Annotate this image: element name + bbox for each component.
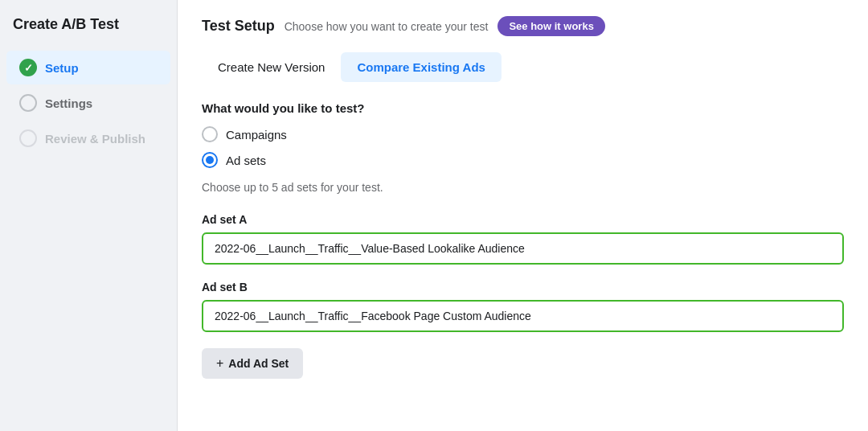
radio-campaigns[interactable]: Campaigns <box>202 126 844 142</box>
plus-icon: + <box>216 356 223 371</box>
test-setup-title: Test Setup <box>202 18 275 35</box>
ad-set-a-section: Ad set A <box>202 213 844 265</box>
radio-ad-sets-circle <box>202 152 218 168</box>
add-ad-set-button[interactable]: + Add Ad Set <box>202 348 303 379</box>
ad-set-a-input[interactable] <box>202 232 844 265</box>
see-how-button[interactable]: See how it works <box>497 16 604 36</box>
sidebar-item-setup[interactable]: Setup <box>6 51 170 84</box>
main-content: Test Setup Choose how you want to create… <box>178 0 868 431</box>
settings-circle-icon <box>19 94 37 112</box>
setup-check-icon <box>19 59 37 76</box>
add-ad-set-label: Add Ad Set <box>228 357 289 370</box>
radio-ad-sets[interactable]: Ad sets <box>202 152 844 168</box>
sidebar-item-review[interactable]: Review & Publish <box>6 121 170 155</box>
radio-group: Campaigns Ad sets <box>202 126 844 168</box>
sidebar-item-settings[interactable]: Settings <box>6 86 170 120</box>
test-setup-header: Test Setup Choose how you want to create… <box>202 16 844 36</box>
review-circle-icon <box>19 129 37 147</box>
tabs-container: Create New Version Compare Existing Ads <box>202 52 844 82</box>
sidebar-title: Create A/B Test <box>0 16 177 49</box>
sidebar: Create A/B Test Setup Settings Review & … <box>0 0 177 431</box>
radio-ad-sets-label: Ad sets <box>226 154 266 167</box>
tab-compare-existing[interactable]: Compare Existing Ads <box>341 52 501 82</box>
ad-set-a-label: Ad set A <box>202 213 844 226</box>
sidebar-item-settings-label: Settings <box>45 96 92 110</box>
sidebar-item-setup-label: Setup <box>45 61 79 75</box>
radio-campaigns-circle <box>202 126 218 142</box>
radio-campaigns-label: Campaigns <box>226 128 287 142</box>
tab-create-new[interactable]: Create New Version <box>202 52 341 82</box>
test-question: What would you like to test? <box>202 101 844 115</box>
sidebar-item-review-label: Review & Publish <box>45 132 145 146</box>
help-text: Choose up to 5 ad sets for your test. <box>202 181 844 194</box>
ad-set-b-input[interactable] <box>202 300 844 332</box>
ad-set-b-label: Ad set B <box>202 281 844 293</box>
ad-set-b-section: Ad set B <box>202 281 844 332</box>
test-setup-subtitle: Choose how you want to create your test <box>285 20 489 33</box>
radio-ad-sets-inner <box>206 156 214 164</box>
